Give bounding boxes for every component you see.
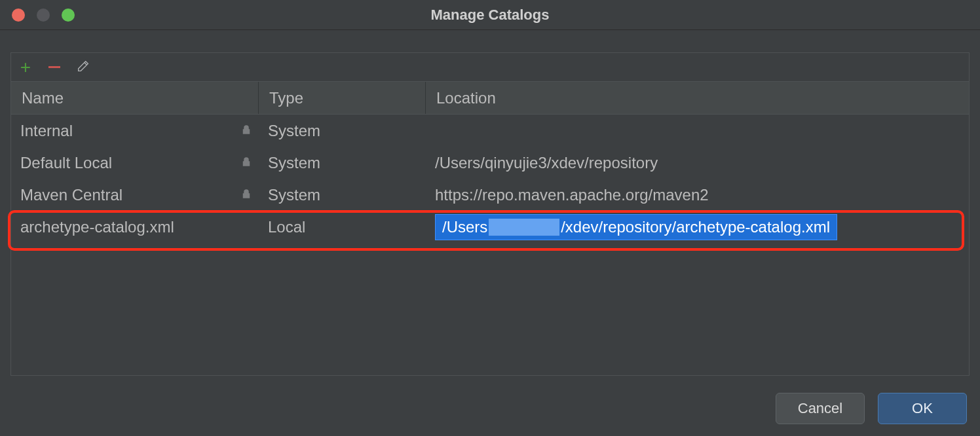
add-button[interactable]: +: [11, 53, 40, 82]
table-row[interactable]: Default Local System /Users/qinyujie3/xd…: [11, 147, 969, 179]
toolbar: +: [10, 52, 970, 81]
ok-button[interactable]: OK: [878, 393, 967, 424]
ok-label: OK: [912, 400, 933, 417]
cancel-label: Cancel: [798, 400, 842, 417]
column-header-name[interactable]: Name: [11, 82, 259, 114]
table-row[interactable]: archetype-catalog.xml Local /Users/xdev/…: [11, 211, 969, 243]
minus-icon: [48, 66, 60, 68]
catalogs-table: Name Type Location Internal System: [10, 81, 970, 376]
cell-type: Local: [268, 218, 305, 236]
redacted-text: [489, 219, 559, 236]
remove-button[interactable]: [40, 53, 69, 82]
table-row[interactable]: Internal System: [11, 115, 969, 147]
dialog-window: Manage Catalogs + Name Type Location: [0, 0, 980, 436]
titlebar: Manage Catalogs: [0, 0, 980, 30]
location-prefix: /Users: [442, 218, 487, 236]
cell-name: Internal: [20, 122, 73, 140]
cell-type: System: [268, 186, 320, 204]
cell-location: /Users/qinyujie3/xdev/repository: [435, 154, 658, 172]
edit-button[interactable]: [69, 53, 98, 82]
pencil-icon: [76, 59, 90, 76]
plus-icon: +: [20, 58, 31, 77]
dialog-button-bar: Cancel OK: [0, 381, 980, 436]
table-header: Name Type Location: [11, 82, 969, 115]
dialog-title: Manage Catalogs: [0, 7, 980, 24]
cell-name: Default Local: [20, 154, 112, 172]
cell-type: System: [268, 154, 320, 172]
window-close-button[interactable]: [12, 9, 25, 22]
window-minimize-button[interactable]: [37, 9, 50, 22]
dialog-content: + Name Type Location Internal: [0, 30, 980, 381]
cell-name: Maven Central: [20, 186, 122, 204]
lock-icon: [240, 154, 252, 172]
table-row[interactable]: Maven Central System https://repo.maven.…: [11, 179, 969, 211]
window-zoom-button[interactable]: [62, 9, 75, 22]
cell-location: https://repo.maven.apache.org/maven2: [435, 186, 709, 204]
column-header-type[interactable]: Type: [259, 82, 426, 114]
window-controls: [12, 9, 75, 22]
lock-icon: [240, 122, 252, 140]
column-header-location[interactable]: Location: [426, 82, 969, 114]
table-body: Internal System Default Local: [11, 115, 969, 243]
lock-icon: [240, 186, 252, 204]
cell-name: archetype-catalog.xml: [20, 218, 174, 236]
cell-type: System: [268, 122, 320, 140]
location-editor[interactable]: /Users/xdev/repository/archetype-catalog…: [435, 214, 837, 240]
cancel-button[interactable]: Cancel: [776, 393, 865, 424]
location-suffix: /xdev/repository/archetype-catalog.xml: [561, 218, 830, 236]
